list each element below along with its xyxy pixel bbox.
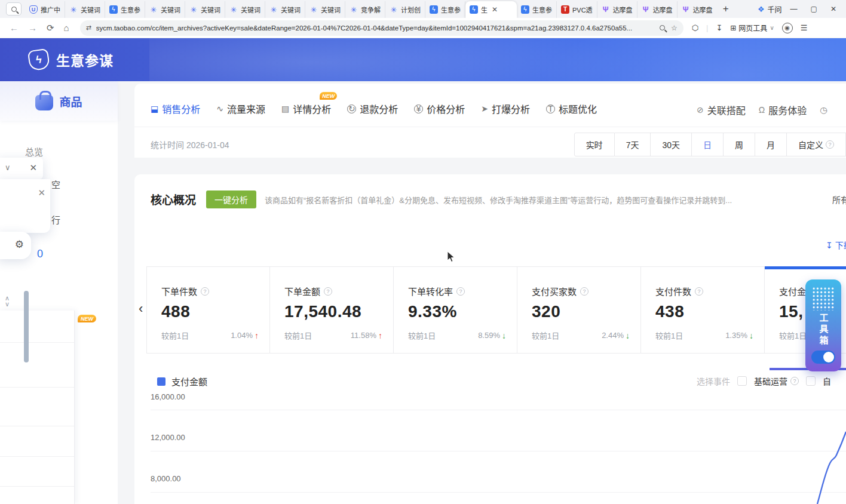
bookmark-star-icon[interactable]: ☆	[671, 24, 678, 32]
stepper-control[interactable]: ∧ ∨	[5, 295, 10, 307]
floating-settings-bubble[interactable]: ⚙	[0, 232, 31, 259]
clock-icon[interactable]: ◷	[820, 103, 827, 117]
browser-tab[interactable]: ϟ生意参	[105, 1, 145, 18]
collapse-chevron-icon[interactable]: ∨	[5, 163, 11, 172]
browser-tab[interactable]: ✳关键词	[265, 1, 305, 18]
browser-tab[interactable]: ✳关键词	[145, 1, 185, 18]
browser-tab[interactable]: ✳关键词	[65, 1, 105, 18]
dmp-icon: Ψ	[642, 5, 650, 14]
brand[interactable]: ϟ 生意参谋	[29, 50, 114, 70]
metric-card-pay-items[interactable]: 支付件数? 438 较前1日1.35%↓	[641, 266, 765, 354]
browser-tab[interactable]: Ψ达摩盘	[597, 1, 637, 18]
metric-card-pay-buyers[interactable]: 支付买家数? 320 较前1日2.44%↓	[517, 266, 641, 354]
metric-card-order-items[interactable]: 下单件数? 488 较前1日1.04%↑	[146, 266, 270, 354]
scrollbar-thumb[interactable]	[24, 291, 29, 362]
sidebar-item-overview[interactable]: 总览	[25, 145, 43, 158]
zoom-icon[interactable]	[660, 24, 665, 32]
overview-right-fragment[interactable]: 所有	[832, 193, 846, 205]
home-button[interactable]: ⌂	[64, 23, 69, 33]
keyword-icon: ✳	[149, 5, 158, 14]
new-tab-button[interactable]: +	[723, 3, 729, 15]
forward-button[interactable]: →	[28, 23, 37, 33]
one-click-analyze-button[interactable]: 一键分析	[206, 190, 256, 208]
section-title: 核心概况	[151, 191, 196, 207]
tab-breakout-analysis[interactable]: ➤打爆分析	[481, 102, 530, 116]
browser-tab[interactable]: Ψ达摩盘	[637, 1, 678, 18]
browser-tab[interactable]: ✳关键词	[185, 1, 225, 18]
service-experience-button[interactable]: Ω服务体验	[759, 103, 807, 117]
tab-sales-analysis[interactable]: ⬓销售分析	[151, 102, 200, 116]
close-icon[interactable]: ✕	[38, 188, 45, 198]
assistant-button[interactable]: ❖ 千问	[758, 4, 782, 14]
tab-detail-analysis[interactable]: ▤详情分析NEW	[281, 102, 331, 116]
dmp-icon: Ψ	[682, 5, 690, 14]
window-maximize-button[interactable]: ▢	[811, 5, 817, 13]
refund-icon: ↻	[347, 105, 356, 113]
browser-tab[interactable]: ✳竞争解	[345, 1, 385, 18]
site-info-icon[interactable]: ⇄	[86, 24, 91, 32]
refresh-button[interactable]: ⟳	[47, 23, 54, 33]
back-button[interactable]: ←	[10, 23, 19, 33]
browser-tab[interactable]: U推广中	[25, 1, 65, 18]
url-text[interactable]: sycm.taobao.com/cc/item_archives?activeK…	[96, 24, 655, 32]
chevron-down-icon[interactable]: ∨	[5, 301, 10, 307]
tab-title-optimize[interactable]: T标题优化	[546, 102, 597, 116]
event-checkbox[interactable]	[806, 376, 816, 386]
metric-card-order-cvr[interactable]: 下单转化率? 9.33% 较前1日8.59%↓	[394, 266, 517, 354]
browser-tab[interactable]: Ψ达摩盘	[678, 1, 717, 18]
close-icon[interactable]: ✕	[29, 162, 37, 173]
window-minimize-button[interactable]: —	[790, 5, 798, 13]
list-item[interactable]	[0, 343, 74, 388]
browser-tab[interactable]: TPVC透	[557, 1, 597, 18]
range-30d[interactable]: 30天	[651, 133, 692, 156]
address-bar[interactable]: ⇄ sycm.taobao.com/cc/item_archives?activ…	[80, 20, 683, 36]
list-item[interactable]	[0, 388, 74, 426]
extensions-icon[interactable]: ⬡	[692, 23, 698, 32]
toolbox-widget[interactable]: 工具箱	[805, 279, 841, 371]
webtools-menu[interactable]: ⊞ 网页工具 ∨	[730, 23, 774, 33]
sycm-logo-icon: ϟ	[27, 48, 50, 71]
search-icon	[11, 7, 17, 12]
event-checkbox[interactable]	[737, 376, 747, 386]
tab-traffic-source[interactable]: ∿流量来源	[216, 102, 265, 116]
list-item[interactable]	[0, 311, 74, 343]
browser-tab[interactable]: ϟ生意参	[517, 1, 557, 18]
sidebar-item-rank-fragment[interactable]: 行	[51, 213, 60, 226]
metric-card-order-amount[interactable]: 下单金额? 17,540.48 较前1日11.58%↑	[270, 266, 394, 354]
browser-menu-icon[interactable]: ☰	[801, 23, 808, 32]
trend-icon: ∿	[216, 104, 223, 113]
range-custom[interactable]: 自定义?	[787, 133, 846, 156]
range-realtime[interactable]: 实时	[574, 133, 615, 156]
range-7d[interactable]: 7天	[615, 133, 651, 156]
keyword-icon: ✳	[269, 5, 278, 14]
sidebar-item-monitor-fragment[interactable]: 空	[51, 178, 60, 190]
range-day[interactable]: 日	[692, 133, 724, 156]
toolbox-toggle[interactable]	[811, 351, 835, 364]
profile-avatar[interactable]: ◉	[782, 23, 793, 33]
cards-prev-arrow[interactable]: ‹	[139, 301, 143, 316]
list-item[interactable]	[0, 487, 74, 504]
list-item[interactable]	[0, 457, 74, 487]
download-link[interactable]: ↧ 下载	[826, 239, 846, 251]
browser-toolbar: ← → ⟳ ⌂ ⇄ sycm.taobao.com/cc/item_archiv…	[0, 18, 846, 38]
browser-tab[interactable]: ✳计划创	[385, 1, 425, 18]
link-match-button[interactable]: ⊘关联搭配	[697, 103, 746, 117]
range-month[interactable]: 月	[755, 133, 787, 156]
downloads-icon[interactable]: ↧	[716, 23, 722, 32]
title-icon: T	[546, 105, 555, 113]
tab-close-icon[interactable]: ✕	[492, 5, 498, 14]
browser-tab-active[interactable]: ϟ生✕	[465, 1, 517, 18]
tab-price-analysis[interactable]: ¥价格分析	[414, 102, 465, 116]
tab-search-button[interactable]	[6, 2, 22, 16]
browser-tab[interactable]: ✳关键词	[225, 1, 265, 18]
tab-refund-analysis[interactable]: ↻退款分析	[347, 102, 398, 116]
range-week[interactable]: 周	[724, 133, 755, 156]
product-bag-icon	[35, 95, 53, 110]
browser-tab[interactable]: ϟ生意参	[425, 1, 465, 18]
list-item[interactable]	[0, 426, 74, 457]
basic-ops-label: 基础运营?	[754, 375, 799, 387]
browser-tab[interactable]: ✳关键词	[305, 1, 345, 18]
window-close-button[interactable]: ✕	[830, 5, 836, 13]
y-tick: 16,000.00	[151, 392, 185, 401]
product-tabs-panel: ⬓销售分析 ∿流量来源 ▤详情分析NEW ↻退款分析 ¥价格分析 ➤打爆分析 T…	[134, 84, 846, 158]
